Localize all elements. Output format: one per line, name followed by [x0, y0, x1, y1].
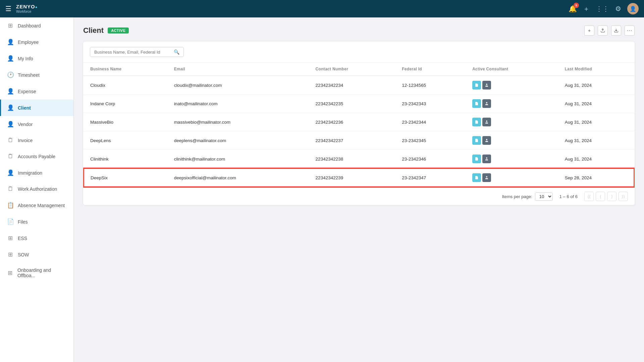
prev-page-button[interactable]: ⟨	[596, 192, 605, 201]
settings-icon[interactable]: ⚙	[615, 5, 621, 13]
sidebar-label-files: Files	[18, 219, 28, 225]
cell-email: cloudix@mailinator.com	[167, 76, 309, 95]
table-header: Business Name Email Contact Number Feder…	[84, 63, 634, 76]
cell-contact: 22342342234	[309, 76, 395, 95]
consultant-person-icon[interactable]	[482, 173, 491, 182]
sidebar-label-accounts-payable: Accounts Payable	[18, 154, 55, 159]
vendor-icon: 👤	[7, 121, 14, 128]
consultant-doc-icon[interactable]	[472, 118, 481, 126]
sidebar-item-accounts-payable[interactable]: 🗒 Accounts Payable	[0, 148, 73, 165]
sidebar-item-vendor[interactable]: 👤 Vendor	[0, 116, 73, 132]
timesheet-icon: 🕐	[7, 71, 14, 78]
search-box[interactable]: 🔍	[90, 47, 184, 57]
sidebar-item-dashboard[interactable]: ⊞ Dashboard	[0, 17, 73, 34]
search-input[interactable]	[94, 50, 174, 55]
sidebar-item-ess[interactable]: ⊞ ESS	[0, 230, 73, 246]
cell-federal-id: 23-2342343	[395, 95, 466, 113]
consultant-doc-icon[interactable]	[472, 173, 481, 182]
main-layout: ⊞ Dashboard 👤 Employee 👤 My Info 🕐 Times…	[0, 17, 644, 362]
cell-active-consultant	[466, 95, 558, 113]
cell-active-consultant	[466, 150, 558, 169]
accounts-payable-icon: 🗒	[7, 153, 14, 160]
client-table: Business Name Email Contact Number Feder…	[83, 63, 635, 187]
employee-icon: 👤	[7, 39, 14, 46]
consultant-person-icon[interactable]	[482, 99, 491, 108]
consultant-doc-icon[interactable]	[472, 99, 481, 108]
cell-contact: 22342342236	[309, 113, 395, 131]
table-row[interactable]: DeepSix deepsixofficial@mailinator.com 2…	[84, 168, 634, 187]
cell-email: massivebio@mailinator.com	[167, 113, 309, 131]
export-button[interactable]	[598, 25, 608, 36]
table-row[interactable]: MassiveBio massivebio@mailinator.com 223…	[84, 113, 634, 131]
invoice-icon: 🗒	[7, 137, 14, 144]
hamburger-menu[interactable]: ☰	[5, 5, 11, 13]
sidebar-item-sow[interactable]: ⊞ SOW	[0, 246, 73, 263]
sidebar: ⊞ Dashboard 👤 Employee 👤 My Info 🕐 Times…	[0, 17, 74, 362]
add-client-button[interactable]: +	[584, 25, 594, 36]
sidebar-label-timesheet: Timesheet	[18, 72, 40, 78]
svg-point-2	[486, 84, 487, 85]
col-active-consultant: Active Consultant	[466, 63, 558, 76]
first-page-button[interactable]: ⟨⟨	[584, 192, 594, 201]
grid-icon[interactable]: ⋮⋮	[596, 5, 609, 13]
consultant-doc-icon[interactable]	[472, 155, 481, 163]
cell-business-name: Indane Corp	[84, 95, 167, 113]
sidebar-item-immigration[interactable]: 👤 Immigration	[0, 165, 73, 181]
svg-point-7	[486, 176, 487, 178]
sidebar-item-expense[interactable]: 👤 Expense	[0, 83, 73, 100]
sidebar-item-myinfo[interactable]: 👤 My Info	[0, 50, 73, 67]
sidebar-item-timesheet[interactable]: 🕐 Timesheet	[0, 67, 73, 83]
sidebar-label-vendor: Vendor	[18, 122, 33, 127]
user-avatar[interactable]: 👤	[627, 3, 639, 14]
consultant-person-icon[interactable]	[482, 81, 491, 89]
consultant-doc-icon[interactable]	[472, 81, 481, 89]
consultant-doc-icon[interactable]	[472, 136, 481, 145]
sidebar-item-files[interactable]: 📄 Files	[0, 214, 73, 230]
onboarding-icon: ⊞	[7, 269, 13, 277]
consultant-person-icon[interactable]	[482, 155, 491, 163]
sidebar-label-sow: SOW	[18, 252, 29, 257]
ess-icon: ⊞	[7, 235, 14, 242]
cell-federal-id: 12-1234565	[395, 76, 466, 95]
sidebar-item-work-authorization[interactable]: 🗒 Work Authorization	[0, 181, 73, 197]
items-per-page-label: Items per page:	[502, 194, 532, 199]
table-row[interactable]: Clinithink clinithink@mailinator.com 223…	[84, 150, 634, 169]
sidebar-item-client[interactable]: 👤 Client	[0, 100, 73, 116]
notification-bell[interactable]: 🔔 5	[569, 5, 577, 13]
cell-active-consultant	[466, 76, 558, 95]
immigration-icon: 👤	[7, 169, 14, 176]
logo-subtitle: Workforce	[16, 10, 38, 13]
next-page-button[interactable]: ⟩	[607, 192, 616, 201]
sidebar-item-employee[interactable]: 👤 Employee	[0, 34, 73, 50]
svg-point-5	[486, 139, 487, 140]
table-row[interactable]: DeepLens deeplens@mailinator.com 2234234…	[84, 131, 634, 150]
sidebar-item-absence-management[interactable]: 📋 Absence Management	[0, 197, 73, 214]
logo-name: ZENYO●	[16, 4, 38, 10]
files-icon: 📄	[7, 218, 14, 225]
myinfo-icon: 👤	[7, 55, 14, 62]
notification-badge: 5	[574, 3, 579, 8]
table-row[interactable]: Indane Corp inato@mailinator.com 2234234…	[84, 95, 634, 113]
pagination-controls: ⟨⟨ ⟨ ⟩ ⟩⟩	[584, 192, 628, 201]
download-button[interactable]	[611, 25, 621, 36]
sidebar-label-client: Client	[18, 105, 31, 111]
cell-federal-id: 23-2342346	[395, 150, 466, 169]
table-row[interactable]: Cloudix cloudix@mailinator.com 223423422…	[84, 76, 634, 95]
cell-business-name: MassiveBio	[84, 113, 167, 131]
cell-contact: 22342342237	[309, 131, 395, 150]
sidebar-label-invoice: Invoice	[18, 138, 33, 143]
status-badge: ACTIVE	[108, 27, 129, 34]
cell-last-modified: Aug 31, 2024	[558, 131, 634, 150]
cell-active-consultant	[466, 131, 558, 150]
sidebar-item-invoice[interactable]: 🗒 Invoice	[0, 132, 73, 148]
add-button-nav[interactable]: ＋	[583, 4, 590, 13]
last-page-button[interactable]: ⟩⟩	[619, 192, 628, 201]
consultant-person-icon[interactable]	[482, 118, 491, 126]
cell-active-consultant	[466, 113, 558, 131]
more-options-button[interactable]: ···	[625, 25, 635, 36]
sidebar-item-onboarding[interactable]: ⊞ Onboarding and Offboa...	[0, 263, 73, 283]
client-icon: 👤	[7, 104, 14, 111]
per-page-select[interactable]: 10 25 50	[535, 192, 553, 201]
consultant-person-icon[interactable]	[482, 136, 491, 145]
cell-active-consultant	[466, 168, 558, 187]
